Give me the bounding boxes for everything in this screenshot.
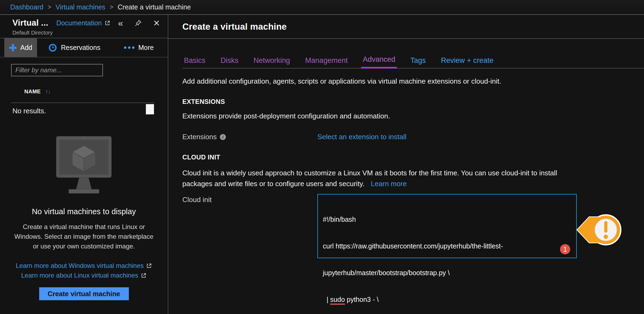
breadcrumb-separator: > <box>110 4 113 11</box>
documentation-link[interactable]: Documentation <box>56 19 110 27</box>
empty-state: No virtual machines to display Create a … <box>0 136 168 300</box>
breadcrumb-separator: > <box>48 4 51 11</box>
panel-toolbar: Add Reservations More <box>0 38 168 57</box>
annotation-step-badge: 1 <box>560 244 570 254</box>
documentation-link-label: Documentation <box>56 19 102 27</box>
tab-disks[interactable]: Disks <box>219 56 240 68</box>
panel-title: Virtual ... <box>12 18 48 28</box>
reservations-button-label: Reservations <box>61 44 100 52</box>
warning-callout-icon <box>576 210 622 250</box>
blade-header: Create a virtual machine <box>168 15 644 39</box>
empty-state-description: Create a virtual machine that runs Linux… <box>12 222 156 251</box>
tab-networking[interactable]: Networking <box>252 56 292 68</box>
sort-icon: ↑↓ <box>45 88 51 95</box>
filter-row <box>11 64 168 76</box>
no-results-text: No results. <box>12 107 168 115</box>
breadcrumb: Dashboard > Virtual machines > Create a … <box>0 0 644 15</box>
extensions-section-heading: EXTENSIONS <box>182 98 644 105</box>
create-virtual-machine-button[interactable]: Create virtual machine <box>39 287 129 300</box>
tab-basics[interactable]: Basics <box>182 56 207 68</box>
empty-state-title: No virtual machines to display <box>0 207 168 216</box>
plus-icon <box>9 44 16 51</box>
cloud-init-field-row: Cloud init #!/bin/bash curl https://raw.… <box>182 194 644 258</box>
page-title: Create a virtual machine <box>168 15 644 38</box>
name-column-label: NAME <box>24 88 41 95</box>
cloud-init-field-label: Cloud init <box>182 194 317 204</box>
cloud-init-section-description: Cloud init is a widely used approach to … <box>182 168 588 189</box>
more-button-label: More <box>138 44 154 52</box>
filter-input[interactable] <box>11 64 103 76</box>
external-link-icon <box>141 272 147 278</box>
more-button[interactable]: More <box>119 38 159 57</box>
tab-tags[interactable]: Tags <box>409 56 427 68</box>
collapse-panel-icon[interactable]: « <box>118 18 123 28</box>
scrollbar-thumb[interactable] <box>146 104 154 114</box>
tab-advanced[interactable]: Advanced <box>361 55 397 69</box>
learn-linux-vm-label: Learn more about Linux virtual machines <box>21 271 138 280</box>
learn-more-link[interactable]: Learn more <box>371 180 407 188</box>
create-vm-blade: Create a virtual machine Basics Disks Ne… <box>168 15 644 314</box>
add-button[interactable]: Add <box>4 38 37 57</box>
learn-linux-vm-link[interactable]: Learn more about Linux virtual machines <box>21 271 147 280</box>
clock-icon <box>48 43 57 52</box>
cloud-init-textarea[interactable]: #!/bin/bash curl https://raw.githubuserc… <box>317 194 577 258</box>
tab-management[interactable]: Management <box>304 56 350 68</box>
pushpin-glyph <box>135 19 142 27</box>
panel-header: Virtual ... Documentation « <box>0 15 168 38</box>
extensions-field-label: Extensions i <box>182 131 317 141</box>
close-panel-icon[interactable]: × <box>153 18 160 28</box>
vm-monitor-icon <box>56 136 112 195</box>
name-column-header[interactable]: NAME ↑↓ <box>24 88 168 95</box>
azure-portal-screen: Dashboard > Virtual machines > Create a … <box>0 0 644 314</box>
tab-review-create[interactable]: Review + create <box>439 56 495 68</box>
misspelled-word: sudo <box>330 296 345 305</box>
external-link-icon <box>105 20 110 26</box>
external-link-icon <box>146 263 152 269</box>
select-extension-link[interactable]: Select an extension to install <box>317 131 407 141</box>
extensions-section-description: Extensions provide post-deployment confi… <box>182 112 644 120</box>
cloud-init-section-heading: CLOUD INIT <box>182 153 644 161</box>
extensions-field-row: Extensions i Select an extension to inst… <box>182 131 644 141</box>
cloud-init-script: #!/bin/bash curl https://raw.githubuserc… <box>323 197 571 314</box>
ellipsis-icon <box>124 46 135 49</box>
virtual-machines-panel: Virtual ... Documentation « <box>0 15 168 314</box>
pin-icon[interactable] <box>135 19 142 27</box>
directory-label: Default Directory <box>12 30 161 36</box>
learn-windows-vm-label: Learn more about Windows virtual machine… <box>16 261 144 271</box>
wizard-tabs: Basics Disks Networking Management Advan… <box>182 55 644 69</box>
reservations-button[interactable]: Reservations <box>43 38 105 57</box>
info-icon[interactable]: i <box>220 134 226 140</box>
add-button-label: Add <box>20 44 32 52</box>
advanced-tab-intro: Add additional configuration, agents, sc… <box>182 77 644 86</box>
breadcrumb-current-page: Create a virtual machine <box>118 3 191 11</box>
breadcrumb-virtual-machines[interactable]: Virtual machines <box>56 3 105 11</box>
learn-windows-vm-link[interactable]: Learn more about Windows virtual machine… <box>16 261 152 271</box>
breadcrumb-dashboard[interactable]: Dashboard <box>10 3 43 11</box>
list-divider <box>11 103 154 103</box>
